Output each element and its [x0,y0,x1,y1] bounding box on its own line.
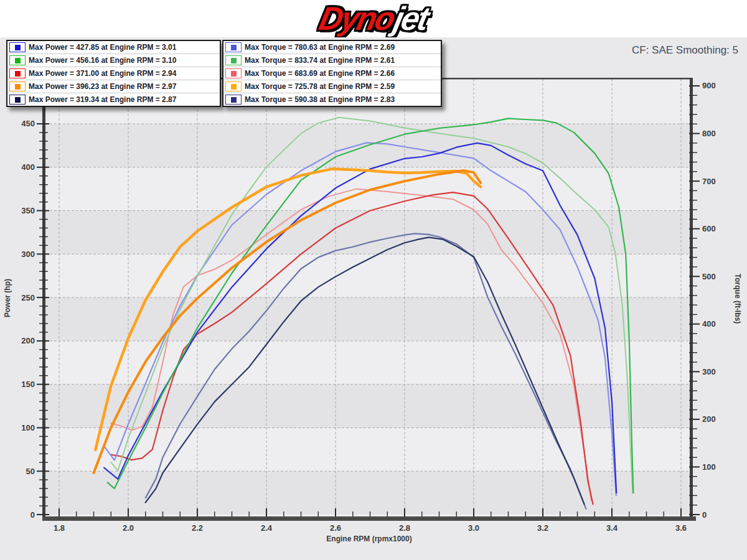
svg-text:2.8: 2.8 [399,523,410,533]
svg-text:200: 200 [21,336,35,345]
svg-text:900: 900 [702,81,716,90]
legend-swatch [225,42,242,52]
legend-label: Max Power = 427.85 at Engine RPM = 3.01 [29,43,176,52]
legend-label: Max Torque = 780.63 at Engine RPM = 2.69 [245,43,395,52]
svg-text:1.8: 1.8 [54,523,65,533]
legend-color-chip [231,71,237,77]
legend-row: Max Torque = 725.78 at Engine RPM = 2.59 [223,80,441,93]
svg-text:2.6: 2.6 [330,523,341,533]
legend-row: Max Power = 396.23 at Engine RPM = 2.97 [7,80,220,93]
svg-text:50: 50 [26,467,35,476]
svg-text:300: 300 [702,367,716,376]
svg-text:250: 250 [21,293,35,302]
legend-color-chip [15,71,21,77]
logo-text-dyno: Dyno [316,0,398,37]
legend-label: Max Torque = 725.78 at Engine RPM = 2.59 [245,82,395,91]
legend-label: Max Torque = 683.69 at Engine RPM = 2.66 [245,69,395,78]
legend-color-chip [15,58,21,63]
dynojet-logo: Dynojet [317,2,431,35]
dyno-app-window: Dynojet 1.82.02.22.42.62.83.03.23.43.605… [0,0,747,560]
svg-text:600: 600 [702,224,716,233]
legend-swatch [9,55,26,65]
svg-text:700: 700 [702,177,716,186]
svg-text:150: 150 [21,380,35,389]
legend-color-chip [231,84,237,90]
svg-text:350: 350 [21,206,35,215]
svg-text:3.6: 3.6 [675,523,687,533]
legend-swatch [225,82,242,91]
legend-row: Max Torque = 683.69 at Engine RPM = 2.66 [223,67,441,80]
logo-text-jet: jet [391,0,431,37]
svg-text:200: 200 [702,414,716,424]
legend-color-chip [15,84,21,90]
logo-banner: Dynojet [0,0,747,37]
legend-color-chip [231,45,237,50]
legend-swatch [225,68,242,78]
max-torque-legend: Max Torque = 780.63 at Engine RPM = 2.69… [222,40,442,107]
svg-text:400: 400 [702,319,716,329]
chart-panel: 1.82.02.22.42.62.83.03.23.43.60501001502… [0,37,747,560]
legend-label: Max Power = 456.16 at Engine RPM = 3.10 [29,56,176,65]
svg-text:0: 0 [31,510,35,520]
svg-text:0: 0 [702,510,707,520]
svg-text:3.2: 3.2 [537,523,548,533]
dyno-plot: 1.82.02.22.42.62.83.03.23.43.60501001502… [0,37,747,560]
svg-text:100: 100 [702,462,716,472]
legend-row: Max Torque = 590.38 at Engine RPM = 2.83 [223,93,441,106]
svg-text:3.4: 3.4 [606,523,618,533]
svg-text:2.2: 2.2 [192,523,203,533]
legend-label: Max Torque = 590.38 at Engine RPM = 2.83 [245,95,395,104]
svg-text:2.0: 2.0 [123,523,134,533]
svg-text:450: 450 [21,119,35,128]
svg-text:3.0: 3.0 [468,523,479,533]
legend-color-chip [15,97,21,103]
svg-text:300: 300 [21,250,35,259]
smoothing-label: CF: SAE Smoothing: 5 [632,44,738,57]
legend-color-chip [231,58,237,63]
legend-color-chip [231,97,237,103]
legend-swatch [9,82,26,91]
svg-text:500: 500 [702,272,716,281]
legend-swatch [9,95,26,105]
x-axis-title: Engine RPM (rpmx1000) [326,534,411,543]
svg-text:2.4: 2.4 [261,523,273,533]
legend-row: Max Power = 427.85 at Engine RPM = 3.01 [7,41,220,54]
max-power-legend: Max Power = 427.85 at Engine RPM = 3.01M… [6,40,221,107]
legend-label: Max Torque = 833.74 at Engine RPM = 2.61 [245,56,395,65]
svg-text:100: 100 [21,423,35,432]
legend-color-chip [15,45,21,50]
legend-label: Max Power = 319.34 at Engine RPM = 2.87 [29,95,176,104]
legend-row: Max Torque = 780.63 at Engine RPM = 2.69 [223,41,441,54]
legend-row: Max Torque = 833.74 at Engine RPM = 2.61 [223,54,441,67]
legend-label: Max Power = 396.23 at Engine RPM = 2.97 [29,82,176,91]
right-axis-title: Torque (ft-lbs) [733,274,742,324]
legend-label: Max Power = 371.00 at Engine RPM = 2.94 [29,69,176,78]
left-axis-title: Power (hp) [3,279,12,317]
svg-text:800: 800 [702,129,716,138]
legend-swatch [9,68,26,78]
legend-swatch [9,42,26,52]
legend-swatch [225,95,242,105]
legend-row: Max Power = 456.16 at Engine RPM = 3.10 [7,54,220,67]
legend-row: Max Power = 371.00 at Engine RPM = 2.94 [7,67,220,80]
svg-text:400: 400 [21,162,35,172]
legend-swatch [225,55,242,65]
legend-row: Max Power = 319.34 at Engine RPM = 2.87 [7,93,220,106]
